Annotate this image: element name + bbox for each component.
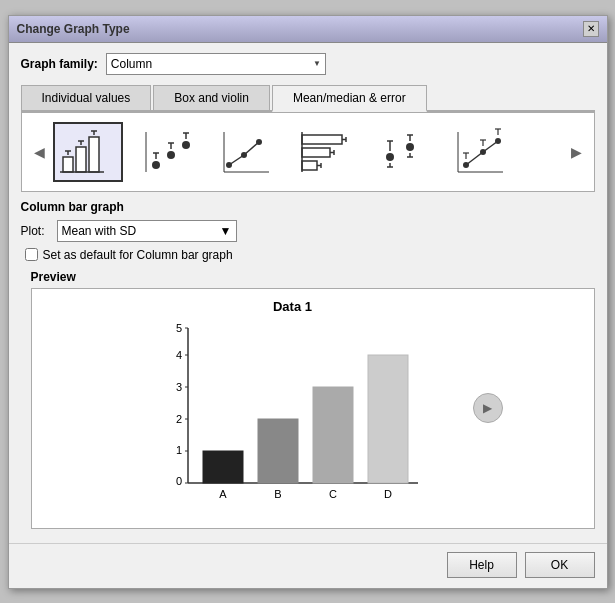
chevron-down-icon: ▼ <box>220 224 232 238</box>
dialog-footer: Help OK <box>9 543 607 588</box>
default-checkbox[interactable] <box>25 248 38 261</box>
svg-line-53 <box>483 141 498 152</box>
svg-text:5: 5 <box>175 322 181 334</box>
svg-text:3: 3 <box>175 381 181 393</box>
close-button[interactable]: ✕ <box>583 21 599 37</box>
svg-rect-1 <box>76 147 86 172</box>
dialog-window: Change Graph Type ✕ Graph family: Column… <box>8 15 608 589</box>
scroll-right-icon[interactable]: ▶ <box>567 144 586 160</box>
graph-family-label: Graph family: <box>21 57 98 71</box>
play-button[interactable]: ▶ <box>473 393 503 423</box>
svg-rect-28 <box>302 148 330 157</box>
plot-value: Mean with SD <box>62 224 137 238</box>
preview-section: Preview Data 1 0 1 <box>31 270 595 529</box>
title-bar: Change Graph Type ✕ <box>9 16 607 43</box>
tabs-bar: Individual values Box and violin Mean/me… <box>21 85 595 112</box>
svg-rect-29 <box>302 161 317 170</box>
graph-family-row: Graph family: Column ▼ <box>21 53 595 75</box>
plot-row: Plot: Mean with SD ▼ <box>21 220 595 242</box>
svg-point-42 <box>406 143 414 151</box>
plot-label: Plot: <box>21 224 57 238</box>
svg-text:2: 2 <box>175 413 181 425</box>
ok-button[interactable]: OK <box>525 552 595 578</box>
default-checkbox-row: Set as default for Column bar graph <box>25 248 595 262</box>
svg-text:D: D <box>384 488 392 500</box>
svg-point-11 <box>152 161 160 169</box>
svg-point-14 <box>167 151 175 159</box>
svg-rect-0 <box>63 157 73 172</box>
svg-point-37 <box>386 153 394 161</box>
svg-rect-76 <box>258 419 298 483</box>
tab-mean-median[interactable]: Mean/median & error <box>272 85 427 112</box>
svg-text:A: A <box>219 488 227 500</box>
preview-label: Preview <box>31 270 595 284</box>
preview-chart: Data 1 0 1 2 <box>123 299 463 518</box>
svg-text:1: 1 <box>175 444 181 456</box>
preview-box: Data 1 0 1 2 <box>31 288 595 529</box>
svg-line-52 <box>466 152 483 165</box>
graph-icon-line-error[interactable] <box>443 122 513 182</box>
default-checkbox-label[interactable]: Set as default for Column bar graph <box>43 248 233 262</box>
graph-icon-horiz-bar[interactable] <box>287 122 357 182</box>
svg-rect-80 <box>368 355 408 483</box>
svg-rect-27 <box>302 135 342 144</box>
section-title: Column bar graph <box>21 200 595 214</box>
graph-icons-panel: ◀ <box>21 112 595 192</box>
svg-text:4: 4 <box>175 349 181 361</box>
graph-icon-column-bar[interactable] <box>53 122 123 182</box>
dialog-title: Change Graph Type <box>17 22 130 36</box>
svg-point-17 <box>182 141 190 149</box>
svg-text:0: 0 <box>175 475 181 487</box>
bar-chart-svg: 0 1 2 3 4 5 <box>138 318 448 518</box>
svg-rect-2 <box>89 137 99 172</box>
graph-icon-dot-error[interactable] <box>131 122 201 182</box>
close-icon: ✕ <box>587 23 595 34</box>
plot-dropdown[interactable]: Mean with SD ▼ <box>57 220 237 242</box>
svg-text:C: C <box>329 488 337 500</box>
help-button[interactable]: Help <box>447 552 517 578</box>
scroll-left-icon[interactable]: ◀ <box>30 144 49 160</box>
dialog-body: Graph family: Column ▼ Individual values… <box>9 43 607 539</box>
graph-family-dropdown[interactable]: Column ▼ <box>106 53 326 75</box>
svg-rect-74 <box>203 451 243 483</box>
svg-text:B: B <box>274 488 281 500</box>
tab-box-violin[interactable]: Box and violin <box>153 85 270 110</box>
play-button-area: ▶ <box>473 393 503 423</box>
graph-icon-dot-asym[interactable] <box>365 122 435 182</box>
svg-rect-78 <box>313 387 353 483</box>
svg-line-25 <box>229 155 244 165</box>
graph-icon-line-plot[interactable] <box>209 122 279 182</box>
tab-individual[interactable]: Individual values <box>21 85 152 110</box>
graph-family-value: Column <box>111 57 152 71</box>
svg-line-26 <box>244 142 259 155</box>
chevron-down-icon: ▼ <box>313 59 321 68</box>
graph-icons-list <box>53 122 563 182</box>
chart-title: Data 1 <box>123 299 463 314</box>
